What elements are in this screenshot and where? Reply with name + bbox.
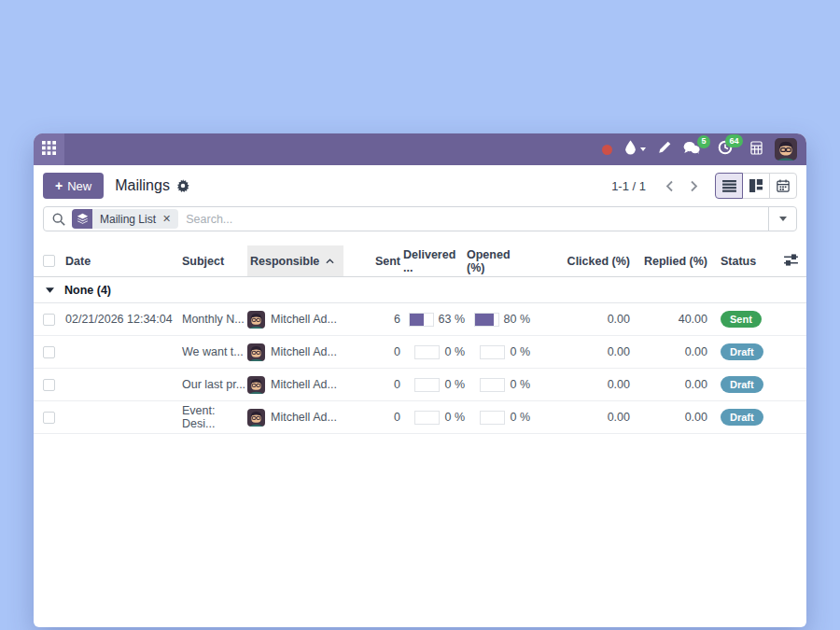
cell-responsible: Mitchell Ad... [271, 411, 337, 424]
cell-opened: 80 % [504, 313, 531, 326]
table-row[interactable]: Event: Desi... Mitchell Ad... 0 0 % 0 % … [34, 401, 806, 434]
cell-responsible: Mitchell Ad... [271, 313, 337, 326]
cell-sent: 0 [343, 345, 403, 358]
cell-opened: 0 % [510, 411, 530, 424]
row-checkbox[interactable] [43, 379, 55, 391]
edit-tray-button[interactable] [658, 141, 671, 158]
view-switcher [715, 173, 797, 199]
table-row[interactable]: We want t... Mitchell Ad... 0 0 % 0 % 0.… [34, 336, 806, 369]
pager-previous-button[interactable] [657, 174, 681, 198]
row-checkbox[interactable] [43, 346, 55, 358]
column-header-subject[interactable]: Subject [182, 245, 247, 276]
kanban-view-icon [749, 179, 763, 192]
app-window: 5 64 [34, 133, 806, 627]
apps-menu-button[interactable] [34, 133, 64, 165]
optional-columns-icon[interactable] [784, 254, 798, 269]
opened-progressbar [480, 378, 505, 392]
table-header: Date Subject Responsible Sent Delivered … [34, 245, 806, 277]
column-header-clicked[interactable]: Clicked (%) [539, 245, 632, 276]
search-dropdown-toggle[interactable] [768, 207, 796, 231]
new-button[interactable]: + New [43, 173, 104, 199]
responsible-avatar [247, 376, 265, 394]
responsible-avatar [247, 409, 265, 427]
row-checkbox[interactable] [43, 314, 55, 326]
column-header-opened[interactable]: Opened (%) [467, 245, 539, 276]
droplet-menu[interactable] [624, 140, 646, 159]
select-all-checkbox[interactable] [43, 255, 55, 267]
column-header-status[interactable]: Status [709, 245, 773, 276]
cell-delivered: 63 % [439, 313, 466, 326]
cell-delivered: 0 % [444, 378, 465, 391]
responsible-avatar [247, 311, 265, 329]
search-row: Mailing List ✕ [34, 206, 806, 231]
control-panel: + New Mailings 1-1 / 1 [34, 165, 806, 206]
cell-subject: We want t... [182, 345, 247, 358]
delivered-progressbar [409, 313, 434, 327]
activities-badge: 64 [725, 134, 743, 147]
cell-sent: 0 [343, 411, 403, 424]
apps-grid-icon [42, 141, 56, 159]
chevron-down-icon [640, 147, 646, 151]
facet-remove-icon[interactable]: ✕ [162, 214, 178, 224]
kanban-view-button[interactable] [742, 173, 770, 199]
chevron-down-icon [779, 217, 787, 221]
pager-range: 1-1 / 1 [611, 179, 646, 193]
cell-replied: 0.00 [632, 378, 709, 391]
search-icon [52, 213, 65, 226]
cell-subject: Monthly N... [182, 313, 247, 326]
messages-badge: 5 [697, 135, 710, 148]
cell-replied: 0.00 [632, 345, 709, 358]
cell-delivered: 0 % [444, 411, 465, 424]
delivered-progressbar [414, 378, 440, 392]
delivered-progressbar [414, 411, 440, 425]
cell-clicked: 0.00 [539, 345, 632, 358]
grid-tray-button[interactable] [750, 141, 763, 159]
recording-indicator [602, 145, 612, 155]
user-menu[interactable] [775, 138, 797, 161]
column-header-delivered[interactable]: Delivered ... [403, 245, 467, 276]
group-expand-icon [46, 287, 54, 293]
cell-subject: Our last pr... [182, 378, 247, 391]
search-bar[interactable]: Mailing List ✕ [43, 206, 797, 231]
opened-progressbar [474, 313, 499, 327]
activities-menu[interactable]: 64 [718, 140, 733, 159]
cell-sent: 0 [343, 378, 403, 391]
group-label: None (4) [64, 284, 111, 297]
messages-menu[interactable]: 5 [683, 141, 700, 159]
delivered-progressbar [414, 345, 440, 359]
cell-opened: 0 % [510, 345, 530, 358]
cell-subject: Event: Desi... [182, 404, 247, 430]
column-header-date[interactable]: Date [65, 245, 182, 276]
systray: 5 64 [602, 138, 806, 161]
pager-next-button[interactable] [681, 174, 706, 198]
group-row-none[interactable]: None (4) [34, 277, 806, 303]
new-button-label: New [67, 179, 91, 193]
cell-responsible: Mitchell Ad... [271, 345, 337, 358]
cell-delivered: 0 % [444, 345, 465, 358]
calendar-view-button[interactable] [769, 173, 797, 199]
table-row[interactable]: Our last pr... Mitchell Ad... 0 0 % 0 % … [34, 369, 806, 401]
column-header-responsible[interactable]: Responsible [247, 245, 343, 276]
search-facet-mailing-list[interactable]: Mailing List ✕ [72, 209, 178, 229]
user-avatar [775, 138, 797, 161]
opened-progressbar [480, 345, 505, 359]
cell-opened: 0 % [510, 378, 530, 391]
cell-responsible: Mitchell Ad... [271, 378, 337, 391]
facet-label: Mailing List [92, 213, 162, 226]
gear-icon[interactable] [176, 179, 189, 192]
table-row[interactable]: 02/21/2026 12:34:04 Monthly N... Mitchel… [34, 303, 806, 336]
status-badge: Draft [721, 376, 763, 393]
row-checkbox[interactable] [43, 412, 55, 424]
status-badge: Draft [721, 343, 763, 360]
cell-clicked: 0.00 [539, 411, 632, 424]
cell-replied: 0.00 [632, 411, 709, 424]
search-input[interactable] [186, 213, 768, 226]
top-navbar: 5 64 [34, 133, 806, 165]
column-header-sent[interactable]: Sent [343, 245, 403, 276]
page-title: Mailings [115, 177, 170, 194]
list-view-button[interactable] [715, 173, 743, 199]
sort-asc-icon [326, 259, 334, 264]
column-header-replied[interactable]: Replied (%) [632, 245, 709, 276]
cell-sent: 6 [343, 313, 403, 326]
cell-clicked: 0.00 [539, 378, 632, 391]
